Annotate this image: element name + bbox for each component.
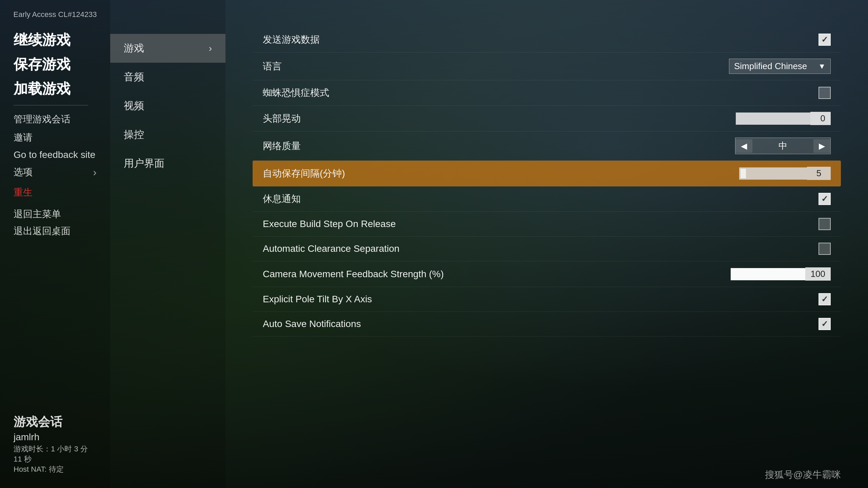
setting-control-auto-clearance — [818, 243, 831, 255]
setting-label-spider-phobia: 蜘蛛恐惧症模式 — [263, 86, 329, 99]
head-sway-slider-track[interactable] — [736, 113, 810, 125]
tab-game[interactable]: 游戏 › — [110, 34, 225, 63]
setting-label-camera-feedback: Camera Movement Feedback Strength (%) — [263, 269, 444, 280]
setting-camera-feedback: Camera Movement Feedback Strength (%) 10… — [253, 261, 841, 287]
language-value: Simplified Chinese — [734, 61, 807, 72]
head-sway-input: 0 — [736, 112, 831, 125]
main-menu: 继续游戏 保存游戏 加载游戏 — [0, 29, 110, 100]
tab-arrow-icon: › — [209, 43, 212, 54]
setting-language: 语言 Simplified Chinese ▼ — [253, 53, 841, 80]
setting-label-auto-save-notif: Auto Save Notifications — [263, 319, 361, 329]
setting-control-send-game-data — [818, 34, 831, 46]
menu-item-invite[interactable]: 邀请 — [14, 129, 97, 146]
setting-label-auto-clearance: Automatic Clearance Separation — [263, 243, 399, 254]
tab-controls[interactable]: 操控 — [110, 120, 225, 149]
secondary-menu: 管理游戏会话 邀请 Go to feedback site 选项 — [0, 111, 110, 181]
autosave-slider-group: 5 — [739, 167, 831, 180]
setting-network-quality: 网络质量 ◀ 中 ▶ — [253, 131, 841, 161]
setting-label-autosave-interval: 自动保存间隔(分钟) — [263, 167, 345, 180]
setting-pole-tilt: Explicit Pole Tilt By X Axis — [253, 287, 841, 312]
setting-label-language: 语言 — [263, 60, 282, 73]
setting-control-auto-save-notif — [818, 318, 831, 330]
camera-feedback-slider[interactable] — [731, 268, 805, 280]
camera-feedback-input: 100 — [731, 267, 831, 281]
tab-audio[interactable]: 音频 — [110, 63, 225, 92]
network-quality-right-btn[interactable]: ▶ — [813, 139, 830, 153]
session-info: 游戏会话 jamlrh 游戏时长：1 小时 3 分 11 秒 Host NAT:… — [0, 407, 110, 481]
setting-label-head-sway: 头部晃动 — [263, 112, 301, 125]
network-quality-value: 中 — [752, 138, 813, 154]
username: jamlrh — [14, 432, 97, 443]
checkbox-break-notification[interactable] — [818, 193, 831, 205]
checkbox-auto-save-notif[interactable] — [818, 318, 831, 330]
menu-item-manage[interactable]: 管理游戏会话 — [14, 111, 97, 128]
setting-execute-build-step: Execute Build Step On Release — [253, 212, 841, 237]
setting-auto-clearance: Automatic Clearance Separation — [253, 237, 841, 261]
checkbox-execute-build-step[interactable] — [818, 218, 831, 230]
setting-break-notification: 休息通知 — [253, 186, 841, 212]
menu-item-quit[interactable]: 退出返回桌面 — [14, 223, 97, 240]
setting-auto-save-notif: Auto Save Notifications — [253, 312, 841, 337]
setting-head-sway: 头部晃动 0 — [253, 106, 841, 131]
head-sway-value[interactable]: 0 — [810, 112, 831, 125]
menu-item-continue[interactable]: 继续游戏 — [14, 29, 97, 51]
play-time: 游戏时长：1 小时 3 分 11 秒 — [14, 444, 97, 464]
menu-item-rebirth[interactable]: 重生 — [14, 184, 97, 201]
setting-control-autosave-interval: 5 — [739, 167, 831, 180]
watermark: 搜狐号@凌牛霸咪 — [765, 468, 841, 481]
setting-control-spider-phobia — [818, 87, 831, 99]
menu-item-options[interactable]: 选项 — [14, 164, 97, 181]
host-nat: Host NAT: 待定 — [14, 464, 97, 474]
setting-label-pole-tilt: Explicit Pole Tilt By X Axis — [263, 294, 372, 305]
autosave-value[interactable]: 5 — [807, 167, 831, 180]
network-quality-selector: ◀ 中 ▶ — [735, 138, 831, 154]
autosave-thumb — [741, 169, 746, 178]
tabs-panel: 游戏 › 音频 视频 操控 用户界面 — [110, 0, 225, 488]
setting-label-break-notification: 休息通知 — [263, 192, 301, 205]
setting-control-head-sway: 0 — [736, 112, 831, 125]
tab-ui[interactable]: 用户界面 — [110, 149, 225, 178]
checkbox-pole-tilt[interactable] — [818, 293, 831, 305]
setting-control-network-quality: ◀ 中 ▶ — [735, 138, 831, 154]
setting-control-execute-build-step — [818, 218, 831, 230]
setting-control-pole-tilt — [818, 293, 831, 305]
checkbox-send-game-data[interactable] — [818, 34, 831, 46]
setting-autosave-interval: 自动保存间隔(分钟) 5 — [253, 161, 841, 186]
session-title: 游戏会话 — [14, 414, 97, 430]
settings-panel: 发送游戏数据 语言 Simplified Chinese ▼ 蜘蛛恐惧症模式 头… — [225, 0, 868, 488]
setting-spider-phobia: 蜘蛛恐惧症模式 — [253, 80, 841, 106]
dropdown-arrow-icon: ▼ — [818, 62, 826, 71]
divider — [14, 105, 88, 105]
setting-send-game-data: 发送游戏数据 — [253, 27, 841, 53]
left-panel: Early Access CL#124233 继续游戏 保存游戏 加载游戏 管理… — [0, 0, 110, 488]
setting-label-execute-build-step: Execute Build Step On Release — [263, 219, 396, 229]
setting-control-break-notification — [818, 193, 831, 205]
camera-feedback-value[interactable]: 100 — [805, 267, 831, 281]
menu-item-save[interactable]: 保存游戏 — [14, 54, 97, 75]
setting-control-language: Simplified Chinese ▼ — [729, 59, 831, 74]
setting-label-send-game-data: 发送游戏数据 — [263, 33, 320, 46]
menu-item-feedback[interactable]: Go to feedback site — [14, 147, 97, 162]
autosave-slider[interactable] — [739, 167, 807, 180]
checkbox-spider-phobia[interactable] — [818, 87, 831, 99]
checkbox-auto-clearance[interactable] — [818, 243, 831, 255]
menu-item-load[interactable]: 加载游戏 — [14, 78, 97, 100]
tab-video[interactable]: 视频 — [110, 92, 225, 120]
setting-label-network-quality: 网络质量 — [263, 140, 301, 152]
language-dropdown[interactable]: Simplified Chinese ▼ — [729, 59, 831, 74]
menu-item-back-main[interactable]: 退回主菜单 — [14, 206, 97, 223]
setting-control-camera-feedback: 100 — [731, 267, 831, 281]
network-quality-left-btn[interactable]: ◀ — [735, 139, 752, 153]
version-label: Early Access CL#124233 — [0, 7, 110, 29]
